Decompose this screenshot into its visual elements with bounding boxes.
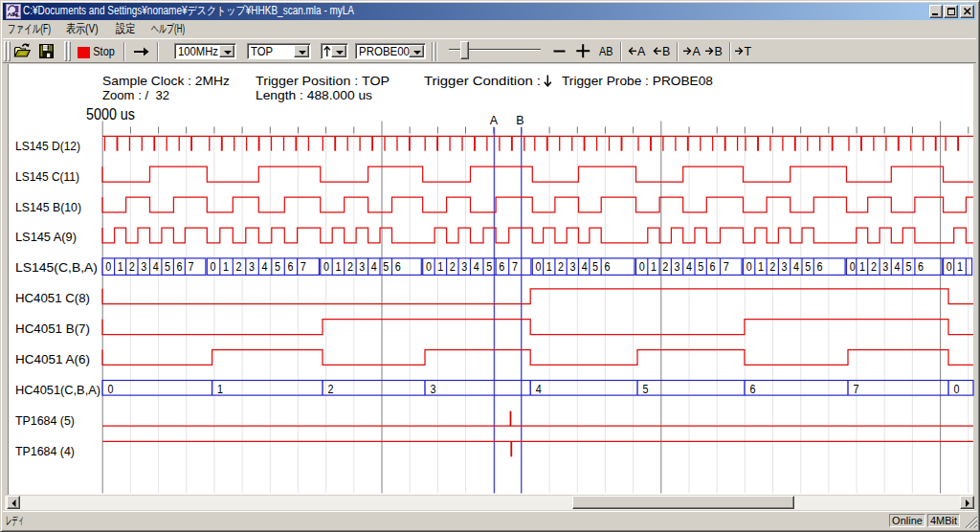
- svg-text:4: 4: [262, 259, 268, 274]
- svg-text:7: 7: [189, 259, 194, 274]
- svg-text:LS145 B(10): LS145 B(10): [15, 200, 81, 214]
- svg-text:0: 0: [108, 382, 114, 396]
- svg-text:5: 5: [906, 259, 912, 274]
- svg-text:6: 6: [499, 259, 504, 274]
- svg-text:2: 2: [558, 259, 564, 274]
- svg-text:4: 4: [371, 259, 377, 274]
- svg-text:表示(V): 表示(V): [66, 22, 99, 35]
- svg-text:7: 7: [301, 259, 306, 274]
- svg-text:1: 1: [118, 259, 123, 274]
- svg-text:3: 3: [249, 259, 255, 274]
- svg-text:4: 4: [582, 259, 588, 274]
- svg-text:5000 us: 5000 us: [86, 105, 135, 123]
- svg-text:Sample Clock : 2MHz: Sample Clock : 2MHz: [102, 74, 230, 88]
- svg-text:6: 6: [750, 382, 756, 396]
- svg-text:5: 5: [486, 259, 492, 274]
- svg-text:ファイル(F): ファイル(F): [8, 22, 51, 35]
- svg-text:LS145 A(9): LS145 A(9): [15, 230, 77, 244]
- svg-text:5: 5: [592, 259, 598, 274]
- svg-text:レディ: レディ: [6, 514, 24, 527]
- svg-text:5: 5: [698, 259, 703, 274]
- svg-text:3: 3: [569, 259, 575, 274]
- svg-text:0: 0: [639, 259, 645, 274]
- svg-text:2: 2: [328, 382, 334, 396]
- svg-text:1: 1: [758, 259, 764, 274]
- svg-text:4: 4: [686, 259, 692, 274]
- svg-text:3: 3: [141, 259, 146, 274]
- svg-text:Trigger Probe : PROBE08: Trigger Probe : PROBE08: [562, 74, 713, 88]
- svg-text:0: 0: [323, 259, 329, 274]
- svg-text:ヘルプ(H): ヘルプ(H): [151, 22, 185, 35]
- svg-text:Length : 488.000 us: Length : 488.000 us: [256, 88, 373, 102]
- svg-text:2: 2: [871, 259, 877, 274]
- svg-text:2: 2: [236, 259, 242, 274]
- svg-text:4: 4: [536, 382, 542, 396]
- svg-text:Trigger Condition :: Trigger Condition :: [424, 74, 541, 88]
- svg-text:Trigger Position : TOP: Trigger Position : TOP: [256, 74, 390, 88]
- svg-text:3: 3: [431, 382, 436, 396]
- svg-text:0: 0: [954, 382, 960, 396]
- svg-text:A: A: [490, 114, 499, 127]
- svg-text:6: 6: [817, 259, 823, 274]
- svg-text:1: 1: [957, 259, 963, 274]
- svg-text:2: 2: [662, 259, 668, 274]
- svg-text:6: 6: [177, 259, 183, 274]
- svg-text:1: 1: [546, 259, 552, 274]
- svg-text:Stop: Stop: [93, 44, 115, 58]
- svg-text:HC4051 C(8): HC4051 C(8): [15, 291, 90, 305]
- svg-text:0: 0: [850, 259, 856, 274]
- svg-text:5: 5: [805, 259, 811, 274]
- svg-text:C:¥Documents and Settings¥nona: C:¥Documents and Settings¥noname¥デスクトップ¥…: [23, 4, 354, 17]
- svg-text:2: 2: [769, 259, 775, 274]
- svg-text:0: 0: [536, 259, 542, 274]
- svg-text:3: 3: [461, 259, 467, 274]
- svg-text:5: 5: [275, 259, 280, 274]
- svg-text:4: 4: [153, 259, 159, 274]
- svg-text:2: 2: [129, 259, 135, 274]
- svg-text:B: B: [662, 45, 670, 58]
- svg-text:A: A: [637, 45, 646, 58]
- svg-text:HC4051 A(6): HC4051 A(6): [15, 352, 90, 366]
- svg-text:0: 0: [211, 259, 216, 274]
- svg-text:6: 6: [288, 259, 294, 274]
- svg-text:3: 3: [882, 259, 888, 274]
- svg-text:1: 1: [217, 382, 223, 396]
- svg-text:6: 6: [710, 259, 716, 274]
- svg-text:7: 7: [512, 259, 518, 274]
- svg-text:3: 3: [782, 259, 788, 274]
- svg-text:B: B: [516, 114, 523, 127]
- svg-text:6: 6: [918, 259, 924, 274]
- svg-text:3: 3: [675, 259, 680, 274]
- svg-text:0: 0: [426, 259, 432, 274]
- svg-text:6: 6: [395, 259, 401, 274]
- svg-text:HC4051 B(7): HC4051 B(7): [15, 321, 90, 336]
- svg-text:5: 5: [643, 382, 649, 396]
- svg-text:7: 7: [854, 382, 859, 396]
- svg-text:TP1684 (4): TP1684 (4): [15, 444, 75, 458]
- svg-text:LS145(C,B,A): LS145(C,B,A): [15, 260, 98, 275]
- svg-text:1: 1: [223, 259, 229, 274]
- svg-text:Zoom : / 32: Zoom : / 32: [102, 88, 169, 102]
- svg-text:LS145 D(12): LS145 D(12): [15, 139, 80, 153]
- svg-text:0: 0: [746, 259, 752, 274]
- svg-text:0: 0: [105, 259, 111, 274]
- svg-text:A: A: [693, 45, 702, 58]
- svg-text:T: T: [745, 45, 752, 58]
- svg-text:4: 4: [793, 259, 799, 274]
- svg-text:7: 7: [724, 259, 729, 274]
- svg-text:1: 1: [859, 259, 865, 274]
- svg-text:HC4051(C,B,A): HC4051(C,B,A): [15, 383, 100, 397]
- svg-text:設定: 設定: [115, 22, 135, 35]
- svg-text:2: 2: [450, 259, 456, 274]
- svg-text:1: 1: [335, 259, 341, 274]
- svg-text:TP1684 (5): TP1684 (5): [15, 413, 75, 428]
- svg-text:4: 4: [895, 259, 901, 274]
- svg-text:TOP: TOP: [251, 45, 273, 58]
- svg-text:2: 2: [347, 259, 353, 274]
- svg-text:100MHz: 100MHz: [178, 45, 218, 58]
- svg-text:PROBE00: PROBE00: [359, 45, 410, 58]
- svg-text:4: 4: [474, 259, 479, 274]
- svg-text:3: 3: [359, 259, 365, 274]
- svg-text:LS145 C(11): LS145 C(11): [15, 169, 79, 184]
- svg-text:0: 0: [947, 259, 952, 274]
